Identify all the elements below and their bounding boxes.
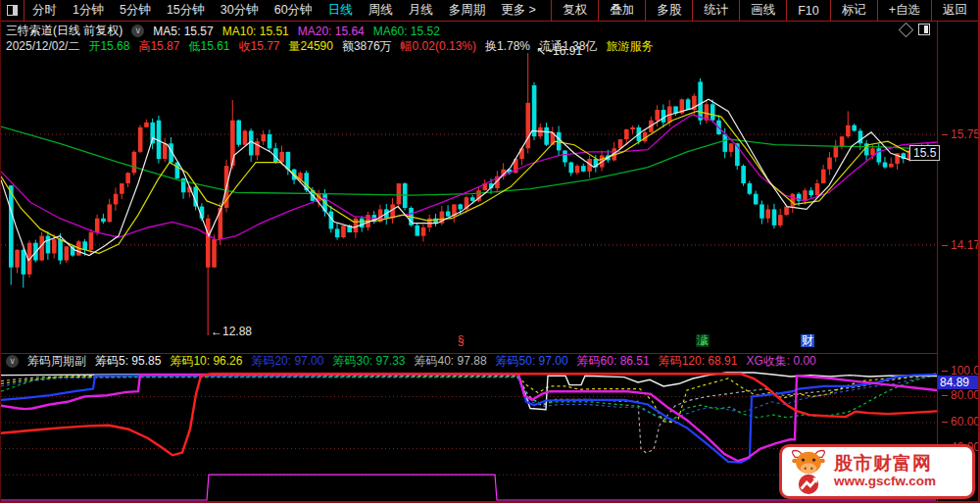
- chart-watermark-glyph: §: [457, 334, 466, 347]
- indicator-token: 筹码40: 97.88: [415, 353, 487, 370]
- chart-watermark-glyph: 财: [801, 334, 814, 347]
- info-token: 额3876万: [342, 38, 392, 55]
- menu-item[interactable]: 5分钟: [112, 2, 159, 19]
- indicator-collapse-icon[interactable]: ∨: [6, 355, 19, 368]
- info-token: 换1.78%: [485, 38, 530, 55]
- indicator-value-tag: 84.89: [938, 376, 980, 389]
- period-menu: 分时1分钟5分钟15分钟30分钟60分钟日线周线月线多周期更多 >: [24, 0, 544, 21]
- menu-item[interactable]: 15分钟: [159, 2, 213, 19]
- indicator-token: 筹码10: 96.26: [170, 353, 242, 370]
- watermark-badge: 股市财富网 www.gscfw.com: [779, 444, 975, 499]
- indicator-token: 筹码20: 97.00: [251, 353, 323, 370]
- menu-item[interactable]: 月线: [401, 2, 441, 19]
- menu-item[interactable]: 多周期: [441, 2, 494, 19]
- top-menu-bar: 分时1分钟5分钟15分钟30分钟60分钟日线周线月线多周期更多 > 复权叠加多股…: [1, 0, 978, 22]
- tools-menu: 复权叠加多股统计画线F10标记+自选返回: [551, 0, 978, 21]
- chart-watermark-glyph: 濊: [696, 334, 710, 347]
- diamond-marker-icon[interactable]: [899, 22, 914, 37]
- main-chart-canvas[interactable]: [1, 22, 937, 355]
- layout-toggle-button[interactable]: [1, 0, 24, 22]
- title-row: 三特索道(日线 前复权) ∨ MA5: 15.57MA10: 15.51MA20…: [6, 24, 440, 38]
- info-token: 量24590: [289, 38, 333, 55]
- split-window-icon: [7, 5, 18, 16]
- info-token: 低15.61: [188, 38, 229, 55]
- current-price-tag: 15.5: [909, 145, 940, 161]
- indicator-title: 筹码周期副: [27, 353, 86, 370]
- pane-layout-icon[interactable]: [918, 24, 930, 35]
- info-token: 开15.68: [88, 38, 129, 55]
- info-token: 旅游服务: [606, 38, 653, 55]
- menu-item[interactable]: 多股: [645, 0, 692, 21]
- indicator-tokens: 筹码5: 95.85筹码10: 96.26筹码20: 97.00筹码30: 97…: [95, 353, 816, 370]
- ma-label: MA60: 15.52: [373, 25, 440, 38]
- indicator-token: 筹码60: 86.51: [577, 353, 650, 370]
- axis-label: 15.75: [942, 127, 980, 141]
- menu-item[interactable]: F10: [786, 0, 830, 21]
- indicator-token: 筹码30: 97.33: [332, 353, 405, 370]
- trading-terminal-window: 分时1分钟5分钟15分钟30分钟60分钟日线周线月线多周期更多 > 复权叠加多股…: [0, 0, 980, 503]
- axis-label: 14.17: [942, 238, 980, 252]
- menu-item[interactable]: 更多 >: [493, 2, 544, 19]
- menu-item[interactable]: 1分钟: [65, 2, 112, 19]
- menu-item[interactable]: 统计: [692, 0, 739, 21]
- ma-label: MA20: 15.64: [298, 25, 365, 38]
- menu-item[interactable]: 叠加: [598, 0, 645, 21]
- menu-item[interactable]: 60分钟: [267, 2, 320, 19]
- bull-logo-icon: [786, 446, 831, 497]
- indicator-token: XG收集: 0.00: [746, 353, 815, 370]
- ma-label: MA10: 15.51: [222, 25, 289, 38]
- info-token: 幅0.02(0.13%): [401, 38, 476, 55]
- chart-corner-icons: [901, 24, 930, 35]
- indicator-header: ∨ 筹码周期副 筹码5: 95.85筹码10: 96.26筹码20: 97.00…: [6, 354, 816, 368]
- menu-item[interactable]: 周线: [361, 2, 401, 19]
- indicator-token: 筹码50: 97.00: [496, 353, 568, 370]
- ma-labels: MA5: 15.57MA10: 15.51MA20: 15.64MA60: 15…: [153, 25, 440, 38]
- watermark-url: www.gscfw.com: [834, 475, 936, 489]
- menu-item[interactable]: 日线: [320, 2, 361, 19]
- high-annotation: ↖~16.91: [536, 44, 582, 58]
- menu-item[interactable]: 标记: [830, 0, 877, 21]
- watermark-text: 股市财富网 www.gscfw.com: [834, 454, 936, 489]
- menu-item[interactable]: 复权: [551, 0, 598, 21]
- info-token: 收15.77: [239, 38, 280, 55]
- menu-item[interactable]: +自选: [877, 0, 931, 21]
- low-annotation: ←12.88: [211, 325, 252, 338]
- indicator-token: 筹码5: 95.85: [95, 353, 161, 370]
- watermark-title: 股市财富网: [834, 454, 936, 475]
- axis-label: 80.00: [942, 388, 980, 402]
- axis-label: 60.00: [942, 415, 980, 428]
- ma-label: MA5: 15.57: [153, 25, 213, 38]
- menu-item[interactable]: 画线: [739, 0, 786, 21]
- indicator-token: 筹码120: 68.91: [659, 353, 738, 370]
- menu-item[interactable]: 30分钟: [213, 2, 267, 19]
- date-label: 2025/12/02/二: [6, 38, 79, 55]
- collapse-chevron-icon[interactable]: ∨: [131, 25, 144, 37]
- info-token: 高15.87: [138, 38, 179, 55]
- menu-item[interactable]: 返回: [931, 0, 978, 21]
- axis-separator: [937, 22, 938, 501]
- stock-title: 三特索道(日线 前复权): [6, 23, 122, 39]
- menu-item[interactable]: 分时: [24, 2, 65, 19]
